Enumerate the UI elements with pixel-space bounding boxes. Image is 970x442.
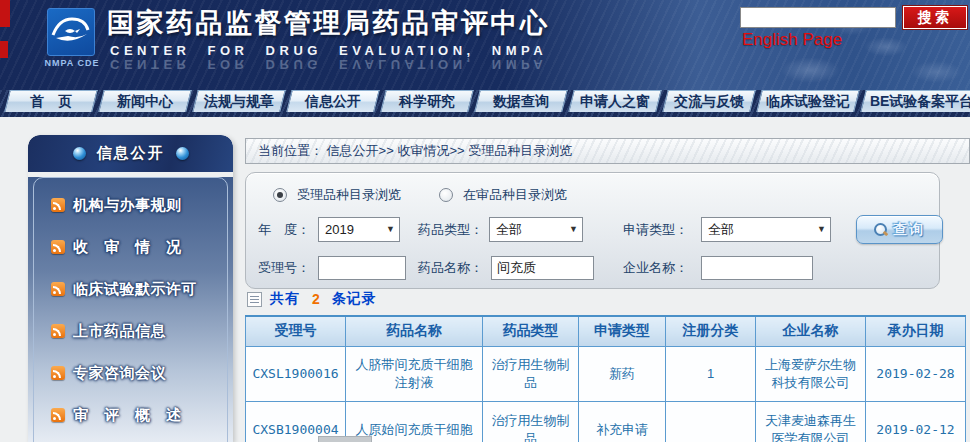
- header-search-button[interactable]: 搜索: [903, 6, 967, 29]
- cell-company: 天津麦迪森再生医学有限公司: [756, 401, 866, 442]
- col-reg-class: 注册分类: [666, 316, 756, 346]
- main-nav: 首 页 新闻中心 法规与规章 信息公开 科学研究 数据查询 申请人之窗 交流与反…: [0, 90, 970, 117]
- sidebar-header: 信息公开: [28, 135, 233, 172]
- tab-clinical-trial-registry[interactable]: 临床试验登记: [756, 90, 859, 112]
- cell-drug-type: 治疗用生物制品: [483, 401, 579, 442]
- dropdown-arrow-icon: ▼: [386, 218, 395, 241]
- col-company: 企业名称: [756, 316, 866, 346]
- sidebar-item-org-rules[interactable]: 机构与办事规则: [34, 184, 227, 226]
- cell-drug-type: 治疗用生物制品: [483, 346, 579, 401]
- radio-accepted-catalog[interactable]: [273, 188, 287, 202]
- tab-science-research[interactable]: 科学研究: [380, 90, 473, 112]
- tab-applicant-window[interactable]: 申请人之窗: [568, 90, 661, 112]
- sidebar-menu: 机构与办事规则 收 审 情 况 临床试验默示许可 上市药品信息 专家咨询会议: [33, 177, 228, 442]
- sphere-icon: [176, 147, 189, 160]
- apply-type-select[interactable]: 全部 ▼: [701, 217, 831, 242]
- cell-reg-class: [666, 401, 756, 442]
- site-header: NMPA CDE 国家药品监督管理局药品审评中心 CENTER FOR DRUG…: [0, 0, 970, 90]
- drug-type-select[interactable]: 全部 ▼: [489, 217, 583, 242]
- rss-icon: [51, 324, 65, 338]
- sidebar-item-review-overview[interactable]: 审 评 概 述: [34, 394, 227, 436]
- sidebar-item-expert-advisory-meeting[interactable]: 专家咨询会议: [34, 352, 227, 394]
- results-table: 受理号 药品名称 药品类型 申请类型 注册分类 企业名称 承办日期 CXSL19…: [245, 315, 966, 442]
- search-icon: [874, 223, 887, 236]
- rss-icon: [51, 198, 65, 212]
- red-edge-decoration: [0, 41, 8, 58]
- rss-icon: [51, 408, 65, 422]
- site-subtitle-reflection: CENTER FOR DRUG EVALUATION, NMPA: [110, 57, 547, 72]
- tab-be-trial-platform[interactable]: BE试验备案平台: [860, 90, 970, 112]
- col-drug-type: 药品类型: [483, 316, 579, 346]
- main-content: 当前位置： 信息公开>> 收审情况>> 受理品种目录浏览 受理品种目录浏览 在审…: [245, 138, 970, 442]
- table-row: CXSL1900016 人脐带间充质干细胞注射液 治疗用生物制品 新药 1 上海…: [246, 346, 966, 401]
- cell-handle-date: 2019-02-12: [866, 401, 966, 442]
- breadcrumb: 当前位置： 信息公开>> 收审情况>> 受理品种目录浏览: [245, 138, 970, 164]
- site-title: 国家药品监督管理局药品审评中心: [107, 5, 550, 41]
- header-search-input[interactable]: [740, 7, 896, 28]
- radio-inreview-catalog[interactable]: [439, 188, 453, 202]
- radio-inreview-catalog-label: 在审品种目录浏览: [463, 186, 567, 204]
- english-page-link[interactable]: English Page: [742, 30, 842, 50]
- apply-type-label: 申请类型：: [623, 217, 688, 243]
- tab-info-disclosure[interactable]: 信息公开: [286, 90, 379, 112]
- rss-icon: [51, 282, 65, 296]
- year-select[interactable]: 2019 ▼: [318, 217, 400, 242]
- cell-reg-class: 1: [666, 346, 756, 401]
- year-label: 年 度：: [258, 217, 310, 243]
- cutoff-element: [318, 436, 372, 442]
- tab-feedback[interactable]: 交流与反馈: [662, 90, 755, 112]
- result-count: 共有2条记录: [247, 290, 377, 308]
- radio-accepted-catalog-label: 受理品种目录浏览: [297, 186, 401, 204]
- drug-name-input[interactable]: [491, 256, 594, 280]
- catalog-radio-group: 受理品种目录浏览 在审品种目录浏览: [273, 186, 567, 204]
- sidebar: 信息公开 机构与办事规则 收 审 情 况 临床试验默示许可: [28, 135, 233, 442]
- accept-no-label: 受理号：: [258, 255, 310, 281]
- sidebar-item-acceptance-review[interactable]: 收 审 情 况: [34, 226, 227, 268]
- company-input[interactable]: [701, 256, 813, 280]
- tab-home[interactable]: 首 页: [4, 90, 97, 112]
- tab-regulations[interactable]: 法规与规章: [192, 90, 285, 112]
- cell-apply-type: 补充申请: [579, 401, 666, 442]
- site-subtitle: CENTER FOR DRUG EVALUATION, NMPA: [110, 43, 547, 58]
- record-count: 2: [308, 291, 324, 307]
- sidebar-item-clinical-trial-tacit-approval[interactable]: 临床试验默示许可: [34, 268, 227, 310]
- cell-handle-date: 2019-02-28: [866, 346, 966, 401]
- company-label: 企业名称：: [623, 255, 688, 281]
- col-apply-type: 申请类型: [579, 316, 666, 346]
- rss-icon: [51, 366, 65, 380]
- sphere-icon: [73, 147, 86, 160]
- sidebar-item-marketed-drug-info[interactable]: 上市药品信息: [34, 310, 227, 352]
- col-drug-name: 药品名称: [346, 316, 483, 346]
- cde-logo-icon[interactable]: [47, 8, 95, 56]
- drug-type-label: 药品类型：: [418, 217, 483, 243]
- col-accept-no: 受理号: [246, 316, 346, 346]
- query-button[interactable]: 查询: [856, 215, 943, 244]
- sidebar-body: 机构与办事规则 收 审 情 况 临床试验默示许可 上市药品信息 专家咨询会议: [28, 177, 233, 442]
- cell-apply-type: 新药: [579, 346, 666, 401]
- list-icon: [247, 292, 262, 307]
- filter-panel: 受理品种目录浏览 在审品种目录浏览 年 度： 2019 ▼ 药品类型： 全部 ▼…: [245, 172, 940, 289]
- cell-accept-no: CXSL1900016: [246, 346, 346, 401]
- red-edge-decoration: [0, 0, 10, 27]
- rss-icon: [51, 240, 65, 254]
- page: NMPA CDE 国家药品监督管理局药品审评中心 CENTER FOR DRUG…: [0, 0, 970, 442]
- drug-name-label: 药品名称：: [418, 255, 483, 281]
- dropdown-arrow-icon: ▼: [569, 218, 578, 241]
- cell-company: 上海爱萨尔生物科技有限公司: [756, 346, 866, 401]
- tab-news[interactable]: 新闻中心: [98, 90, 191, 112]
- cell-drug-name: 人脐带间充质干细胞注射液: [346, 346, 483, 401]
- sidebar-title: 信息公开: [97, 144, 165, 163]
- col-handle-date: 承办日期: [866, 316, 966, 346]
- accept-no-input[interactable]: [318, 256, 406, 280]
- tab-data-query[interactable]: 数据查询: [474, 90, 567, 112]
- dropdown-arrow-icon: ▼: [817, 218, 826, 241]
- table-header-row: 受理号 药品名称 药品类型 申请类型 注册分类 企业名称 承办日期: [246, 316, 966, 346]
- logo-caption: NMPA CDE: [36, 58, 108, 68]
